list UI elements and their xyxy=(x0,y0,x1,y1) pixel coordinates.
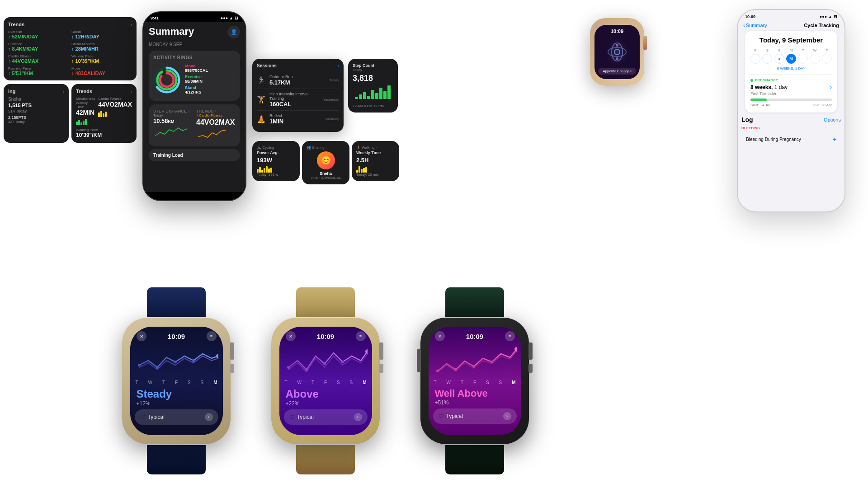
step-distance-left: Step Distance › Today 10.58KM xyxy=(153,109,193,142)
session-outdoor-run[interactable]: 🏃 Outdoor Run 5.17KM Today xyxy=(257,72,339,89)
trends-mini: Trends › ↑ Cardio Fitness 44VO2MAX xyxy=(196,109,236,142)
svg-point-24 xyxy=(216,354,218,358)
wu1-percent: +12% xyxy=(130,400,223,407)
svg-point-29 xyxy=(365,349,368,354)
watch-banner: Appetite Changes xyxy=(598,68,636,75)
rings-stats: Move 855/750CAL Exercise 58/30MIN Stand … xyxy=(185,64,236,96)
cal-day-S1: S xyxy=(762,48,772,64)
svg-rect-8 xyxy=(363,92,366,99)
svg-rect-10 xyxy=(371,90,374,99)
wu2-status-row: ✕ 10:09 ≡ xyxy=(279,327,372,343)
running-pace-metric: Running Pace ↑ 5'51"/KM xyxy=(8,66,69,76)
wu1-chart xyxy=(130,343,223,380)
wu2-chevron[interactable]: › xyxy=(354,413,362,421)
activity-rings-svg xyxy=(153,66,180,94)
wu3-wave-svg xyxy=(433,345,517,376)
wu2-typical-btn[interactable]: ♡ Typical › xyxy=(284,409,368,425)
svg-point-27 xyxy=(323,362,326,365)
wu1-typical-btn[interactable]: ♡ Typical › xyxy=(135,409,218,425)
wu2-percent: +22% xyxy=(279,400,372,407)
watch-screen-2: ✕ 10:09 ≡ xyxy=(279,327,372,435)
pregnancy-section: PREGNANCY 8 weeks, 1 day › First Trimest… xyxy=(750,74,832,107)
cycling-panel: 🚲 Cycling › Power Avg. 193W Today: 191 w xyxy=(252,141,300,181)
svg-point-5 xyxy=(160,73,174,87)
wu2-close[interactable]: ✕ xyxy=(286,331,296,341)
cal-day-T2: T xyxy=(822,48,832,64)
wu1-typical-label: Typical xyxy=(148,414,165,420)
log-section: Log Options BLEEDING Bleeding During Pre… xyxy=(741,116,841,146)
wu3-chevron[interactable]: › xyxy=(503,412,511,420)
log-header: Log Options xyxy=(741,116,841,123)
cal-day-T1: T xyxy=(798,48,808,64)
wu3-menu[interactable]: ≡ xyxy=(505,331,515,341)
band-top-3 xyxy=(445,287,504,317)
watch-ultra-1: ✕ 10:09 ≡ xyxy=(122,287,231,474)
left-widgets-container: Trends › Exercise ↑ 52MIN/DAY Stand ↑ 12… xyxy=(0,14,140,143)
step-count-chart xyxy=(353,83,393,101)
band-bottom-1 xyxy=(147,445,206,474)
watch-screen-3: ✕ 10:09 ≡ xyxy=(429,327,521,435)
activity-rings-card[interactable]: Activity Rings xyxy=(149,51,240,101)
band-bottom-2 xyxy=(296,445,355,474)
cal-day-M: M M xyxy=(786,48,796,64)
profile-icon[interactable]: 👤 xyxy=(227,26,240,38)
wu2-wave-svg xyxy=(284,345,368,376)
step-count-panel: Step Count Today 3,818 12 AM 6 PM 12 PM xyxy=(348,59,398,113)
session-reflect[interactable]: 🧘 Reflect 1MIN Saturday xyxy=(257,111,339,127)
svg-point-21 xyxy=(156,366,159,369)
trends-widget-title: Trends xyxy=(8,22,24,27)
wu3-status-label: Well Above xyxy=(429,387,521,399)
bleeding-item[interactable]: Bleeding During Pregnancy + xyxy=(741,132,841,146)
pregnancy-dates: Start: 14 Jul Due: 20 Apr xyxy=(750,103,832,107)
watch-screen-1: ✕ 10:09 ≡ xyxy=(130,327,223,435)
sessions-panel: Sessions › 🏃 Outdoor Run 5.17KM Today 🏋️… xyxy=(252,59,344,132)
cycle-main-card: Today, 9 September F S S xyxy=(745,31,837,113)
cycle-status-bar: 10:09 ●●● ▲ ⊟ xyxy=(738,10,844,21)
svg-point-20 xyxy=(138,364,141,366)
wu3-close[interactable]: ✕ xyxy=(435,331,445,341)
wu3-typical-btn[interactable]: ♡ Typical › xyxy=(433,408,517,424)
session-hiit[interactable]: 🏋️ High Intensity Interval Training 160C… xyxy=(257,89,339,111)
wu3-time: 10:09 xyxy=(466,333,483,340)
add-bleeding-button[interactable]: + xyxy=(833,136,836,143)
training-load-card[interactable]: Training Load xyxy=(149,149,240,161)
walking-pace-metric: Walking Pace ↑ 10'39"/KM xyxy=(71,54,132,64)
watch-body-small: 10:09 TODAY 9 SEP Appetite Changes i xyxy=(590,18,644,86)
hiit-icon: 🏋️ xyxy=(257,95,266,104)
watch-ultra-3: ✕ 10:09 ≡ xyxy=(420,287,529,474)
svg-rect-13 xyxy=(383,91,387,99)
cycle-content: Today, 9 September F S S xyxy=(738,31,844,146)
back-button[interactable]: ‹ Summary xyxy=(743,23,767,28)
wu1-status-row: ✕ 10:09 ≡ xyxy=(130,327,223,343)
svg-rect-6 xyxy=(355,97,358,99)
wu2-status-label: Above xyxy=(279,387,372,400)
cycle-calendar: F S S M M xyxy=(750,48,832,64)
wu1-menu[interactable]: ≡ xyxy=(207,331,217,341)
watch-info-btn: i xyxy=(595,25,599,28)
iphone-cycle: 10:09 ●●● ▲ ⊟ ‹ Summary Cycle Tracking T… xyxy=(737,9,845,212)
pregnancy-progress xyxy=(750,99,832,101)
btn-1 xyxy=(230,364,234,373)
mindfulness-visual xyxy=(599,34,635,70)
log-options-button[interactable]: Options xyxy=(824,117,841,122)
svg-point-19 xyxy=(616,44,618,47)
mindfulness-mini: Mindfulness Weekly Time 42MIN xyxy=(76,97,96,125)
band-top-1 xyxy=(147,287,206,317)
sessions-header: Sessions › xyxy=(257,63,339,68)
cal-day-W: W xyxy=(810,48,820,64)
wu2-typical-label: Typical xyxy=(297,414,314,420)
step-distance-card[interactable]: Step Distance › Today 10.58KM Trends › ↑… xyxy=(149,104,240,146)
svg-rect-12 xyxy=(379,88,382,99)
wu2-menu[interactable]: ≡ xyxy=(356,331,366,341)
btn-2 xyxy=(379,364,383,373)
wu1-close[interactable]: ✕ xyxy=(137,331,146,341)
move-metric: Move ↓ 483CAL/DAY xyxy=(71,66,132,76)
svg-point-30 xyxy=(436,370,439,372)
wu3-status-row: ✕ 10:09 ≡ xyxy=(429,327,521,343)
stand-metric: Stand ↑ 12HR/DAY xyxy=(71,30,132,39)
wu1-status-label: Steady xyxy=(130,387,223,400)
wu1-wave-svg xyxy=(135,345,218,376)
wu3-chart xyxy=(429,343,521,380)
wu1-chevron[interactable]: › xyxy=(205,413,213,421)
watch-body-1: ✕ 10:09 ≡ xyxy=(122,318,231,444)
